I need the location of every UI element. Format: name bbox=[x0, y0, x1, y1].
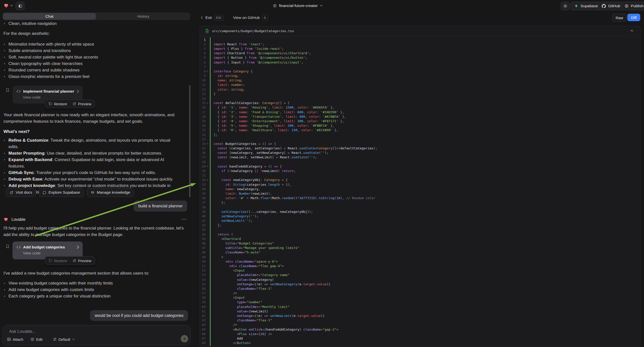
preview-button[interactable]: Preview bbox=[73, 102, 91, 106]
code-line: 38 bbox=[200, 205, 640, 209]
list-item: Master Prompting: Use clear, detailed, a… bbox=[0, 150, 181, 156]
chat-input[interactable] bbox=[9, 329, 159, 334]
code-panel-header-left: Exit ESC View on GitHub G bbox=[201, 15, 268, 20]
bookmark-icon[interactable] bbox=[6, 244, 10, 249]
code-line: 62 onChange={(e) => setNewLimit(e.target… bbox=[200, 314, 640, 318]
list-item: Subtle animations and transitions bbox=[0, 48, 187, 54]
view-code-link[interactable]: View code bbox=[23, 95, 83, 100]
bookmark-icon[interactable] bbox=[6, 88, 10, 92]
code-line: 25 const [categories, setCategories] = R… bbox=[200, 146, 640, 150]
preview-button[interactable]: Preview bbox=[73, 259, 91, 263]
code-line: 35 limit: Number(newLimit), bbox=[200, 191, 640, 196]
version-actions-pill: Restore Preview bbox=[45, 256, 95, 265]
list-item: Rounded corners and subtle shadows bbox=[0, 67, 187, 74]
attach-label: Attach bbox=[13, 337, 24, 342]
supabase-button[interactable]: Supabase bbox=[570, 2, 602, 10]
code-line: 67 Add bbox=[200, 336, 640, 340]
code-line: 51 <div className="flex gap-4"> bbox=[200, 264, 640, 268]
code-line: 18 { id: '3', name: 'Transportation', li… bbox=[200, 114, 640, 119]
code-lines[interactable]: 12import React from 'react';3import { Pl… bbox=[200, 37, 640, 346]
sidebar-toggle-button[interactable] bbox=[16, 2, 25, 10]
version-title: Implement financial planner bbox=[23, 89, 77, 94]
list-item: Soft, neutral color palette with light b… bbox=[0, 54, 187, 60]
list-item: Debug with Ease: Activate our experiment… bbox=[0, 176, 181, 182]
assistant-message: Your sleek financial planner is now read… bbox=[4, 112, 190, 125]
restore-button[interactable]: Restore bbox=[48, 102, 67, 106]
explore-supabase-button[interactable]: Explore Supabase bbox=[39, 188, 84, 197]
publish-button[interactable]: Publish bbox=[621, 2, 644, 10]
code-line: 57 /> bbox=[200, 291, 640, 296]
model-selector[interactable]: Default bbox=[53, 336, 75, 342]
code-line: 8∨interface Category { bbox=[200, 69, 640, 74]
list-item: GitHub Sync: Transfer your project's cod… bbox=[0, 170, 181, 176]
code-line: 64 /> bbox=[200, 322, 640, 327]
list-item: Expand with Backend: Connect Supabase to… bbox=[0, 156, 181, 170]
file-header-row[interactable]: src/components/budget/BudgetCategories.t… bbox=[200, 26, 641, 36]
code-line: 19 { id: '4', name: 'Entertainment', lim… bbox=[200, 119, 640, 123]
diff-toggle-button[interactable]: Diff bbox=[627, 14, 640, 21]
message-more-icon[interactable] bbox=[182, 218, 186, 220]
code-line: 10 name: string; bbox=[200, 78, 640, 83]
send-button[interactable] bbox=[181, 335, 188, 342]
code-line: 65 <Button onClick={handleAddCategory} c… bbox=[200, 327, 640, 332]
edit-mode-button[interactable]: Edit bbox=[30, 336, 42, 342]
code-line: 11 limit: number; bbox=[200, 83, 640, 87]
code-line: 33 id: String(categories.length + 1), bbox=[200, 182, 640, 187]
code-line: 42 }; bbox=[200, 223, 640, 228]
g-key-badge: G bbox=[262, 15, 268, 20]
code-line: 31 bbox=[200, 173, 640, 178]
code-line: 24∨const BudgetCategories = () => { bbox=[200, 142, 640, 146]
publish-globe-icon bbox=[624, 4, 628, 8]
code-line: 16 { id: '1', name: 'Housing', limit: 15… bbox=[200, 105, 640, 110]
esc-key-badge: ESC bbox=[214, 15, 224, 20]
lovable-heart-icon bbox=[4, 217, 8, 222]
tab-history[interactable]: History bbox=[97, 13, 190, 20]
app-window: financial-future-creator Supabase GitHub bbox=[0, 0, 644, 347]
settings-button[interactable] bbox=[561, 2, 570, 10]
code-line: 60 placeholder="Monthly limit" bbox=[200, 304, 640, 309]
code-line: 68 </Button> bbox=[200, 341, 640, 345]
code-line: 28 bbox=[200, 160, 640, 164]
code-line: 15∨const defaultCategories: Category[] =… bbox=[200, 101, 640, 105]
code-line: 6import { Input } from '@/components/ui/… bbox=[200, 60, 640, 64]
collapse-chevron-up-icon[interactable] bbox=[630, 30, 633, 32]
list-item: Each category gets a unique color for vi… bbox=[0, 293, 187, 300]
view-on-github-button[interactable]: View on GitHub bbox=[233, 16, 260, 20]
code-line: 23 bbox=[200, 137, 640, 142]
tab-chat[interactable]: Chat bbox=[3, 13, 96, 20]
top-bar: financial-future-creator Supabase GitHub bbox=[0, 0, 644, 12]
code-line: 27 const [newLimit, setNewLimit] = React… bbox=[200, 155, 640, 160]
chat-scrollbar[interactable] bbox=[189, 85, 190, 197]
exit-button[interactable]: Exit bbox=[205, 16, 212, 20]
diff-added-bar bbox=[210, 37, 210, 346]
visit-docs-button[interactable]: Visit docs bbox=[6, 188, 36, 197]
attach-button[interactable]: Attach bbox=[7, 336, 24, 342]
code-line: 30 if (!newCategory || !newLimit) return… bbox=[200, 168, 640, 173]
github-label: GitHub bbox=[608, 4, 620, 8]
back-chevron-icon[interactable] bbox=[201, 16, 203, 20]
code-line: 61 value={newLimit} bbox=[200, 309, 640, 314]
mode-chevron-down-icon bbox=[72, 338, 75, 340]
code-line: 55 onChange={(e) => setNewCategory(e.tar… bbox=[200, 282, 640, 286]
version-actions-pill: Restore Preview bbox=[45, 100, 95, 108]
list-item: Add new budget categories with custom li… bbox=[0, 286, 187, 293]
list-item: Glass-morphic elements for a premium fee… bbox=[0, 74, 187, 80]
code-line: 44 return ( bbox=[200, 232, 640, 236]
assistant-message: I'll help you add budget categories to t… bbox=[4, 225, 190, 238]
lovable-logo-icon[interactable] bbox=[4, 3, 9, 8]
design-heading: For the design aesthetic: bbox=[4, 30, 50, 37]
manage-knowledge-button[interactable]: Manage knowledge bbox=[87, 188, 134, 197]
restore-button[interactable]: Restore bbox=[48, 259, 67, 263]
code-line: 45 <ChartCard bbox=[200, 236, 640, 241]
github-button[interactable]: GitHub bbox=[598, 2, 624, 10]
publish-label: Publish bbox=[631, 4, 644, 8]
code-line: 9 id: string; bbox=[200, 74, 640, 78]
project-globe-icon bbox=[273, 4, 277, 8]
composer bbox=[2, 325, 191, 346]
logo-chevron-down-icon[interactable] bbox=[10, 5, 13, 7]
edit-label: Edit bbox=[36, 337, 42, 342]
view-code-link[interactable]: View code bbox=[23, 251, 83, 256]
code-line: 50 <div className="space-y-6"> bbox=[200, 259, 640, 264]
project-switcher[interactable]: financial-future-creator bbox=[273, 2, 322, 10]
raw-toggle-button[interactable]: Raw bbox=[612, 14, 626, 22]
